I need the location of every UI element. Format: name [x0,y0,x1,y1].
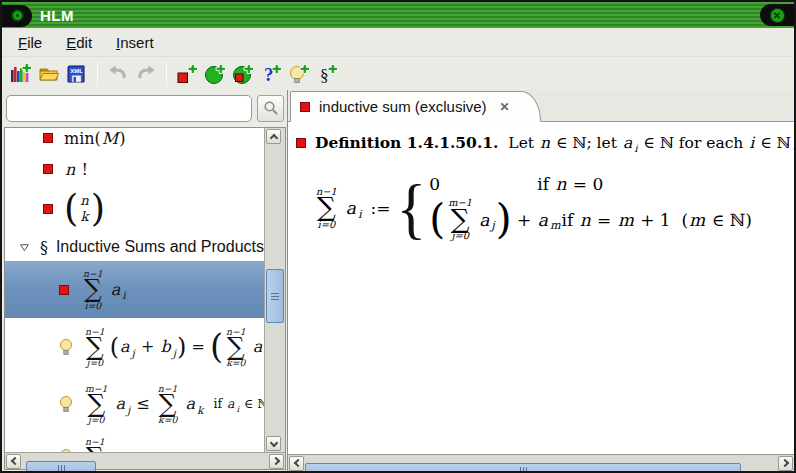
definition-header-text: Definition 1.4.1.50.1. Let n ∈ ℕ; let ai… [315,133,794,152]
case-value: 0 [429,174,537,194]
search-bar [2,90,287,127]
scroll-right-button[interactable] [269,454,284,469]
lightbulb-icon [59,395,73,413]
cases-brace: { [397,176,427,240]
case-row-inductive: (m−1∑j=0aj) + am if n = m + 1 (m ∈ ℕ) [429,197,751,242]
scroll-up-button[interactable] [266,129,281,144]
app-icon [2,5,32,27]
tree-view: min(M) n ! (nk) § Inductive Sums [5,128,264,452]
case-condition: if n = 0 [537,174,603,194]
save-xml-icon[interactable]: XML [63,60,91,88]
toolbar-separator [166,62,167,86]
tab-inductive-sum-exclusive[interactable]: inductive sum (exclusive) ✕ [290,91,541,122]
case-row-base: 0 if n = 0 [429,174,751,194]
search-button[interactable] [257,95,284,122]
definition-bullet-icon [43,164,53,174]
lightbulb-plus-icon[interactable] [285,60,313,88]
definition-bullet-icon [43,133,53,143]
scroll-down-button[interactable] [266,436,281,451]
tree-item-inductive-sum-selected[interactable]: n−1∑i=0ai [5,261,264,318]
left-panel: min(M) n ! (nk) § Inductive Sums [2,90,287,471]
scroll-left-button[interactable] [289,456,304,471]
chart-bars-plus-icon[interactable] [7,60,35,88]
tree-item-formula: n−1∑j=0aj [82,436,128,452]
undo-icon [104,60,132,88]
menu-insert[interactable]: Insert [104,31,166,54]
tree-item-formula: n ! [64,160,88,179]
section-sign-plus-icon[interactable]: § [313,60,341,88]
definition-bullet-icon [59,285,69,295]
toolbar: XML [2,57,794,90]
definition-bullet-icon [300,102,310,112]
tree-item-formula: n−1∑i=0ai [80,268,127,311]
content-horizontal-scrollbar[interactable] [288,454,794,471]
redo-icon [132,60,160,88]
definition-tree: min(M) n ! (nk) § Inductive Sums [4,127,286,470]
window-title: HLM [40,7,74,24]
svg-text:§: § [320,66,329,85]
definition-header: Definition 1.4.1.50.1. Let n ∈ ℕ; let ai… [296,133,794,152]
green-circle-plus-icon[interactable] [201,60,229,88]
tree-item-binomial[interactable]: (nk) [5,185,264,233]
search-input[interactable] [6,95,252,122]
tree-item-partially-visible[interactable]: n−1∑j=0aj [5,432,264,452]
tree-item-min[interactable]: min(M) [5,128,264,153]
scroll-left-button[interactable] [6,454,21,469]
cases: 0 if n = 0 (m−1∑j=0aj) + am if n = m + 1… [429,174,751,242]
app-window: HLM ✕ File Edit Insert [0,0,796,473]
green-circle-red-square-plus-icon[interactable] [229,60,257,88]
question-mark-plus-icon[interactable]: ? [257,60,285,88]
tree-item-formula: min(M) [64,129,125,148]
tree-item-formula: m−1∑j=0aj ≤ n−1∑k=0akif ai ∈ ℕ (i ∈ [82,383,264,426]
lightbulb-icon [59,338,73,356]
main-area: min(M) n ! (nk) § Inductive Sums [2,90,794,471]
svg-text:XML: XML [70,67,83,73]
red-square-plus-icon[interactable] [173,60,201,88]
tab-close-icon[interactable]: ✕ [500,100,510,114]
section-label: Inductive Sums and Products [56,238,264,256]
menu-edit[interactable]: Edit [54,31,104,54]
tree-section-inductive-sums[interactable]: § Inductive Sums and Products [5,233,264,261]
tree-item-sum-distributes[interactable]: n−1∑j=0(aj + bj) = (n−1∑k=0ak) + ( [5,318,264,376]
scroll-thumb[interactable] [305,463,741,473]
open-folder-icon[interactable] [35,60,63,88]
scroll-thumb[interactable] [266,269,284,323]
formula-lhs: n−1∑i=0ai:= [313,186,391,231]
case-value: (m−1∑j=0aj) + am [429,197,561,242]
toolbar-separator [97,62,98,86]
definition-formula: n−1∑i=0ai:= { 0 if n = 0 (m−1∑j=0aj) + a… [313,174,794,242]
document-content: Definition 1.4.1.50.1. Let n ∈ ℕ; let ai… [288,122,794,454]
scroll-right-button[interactable] [778,456,793,471]
search-icon [263,100,279,116]
tree-vertical-scrollbar[interactable] [264,128,285,452]
definition-bullet-icon [296,138,306,148]
tree-item-formula: (nk) [64,193,105,226]
tree-item-factorial[interactable]: n ! [5,153,264,185]
right-panel: inductive sum (exclusive) ✕ Definition 1… [287,90,794,471]
section-sign: § [40,238,48,257]
tab-strip: inductive sum (exclusive) ✕ [288,90,794,122]
titlebar: HLM ✕ [2,2,794,28]
expander-triangle-icon[interactable] [19,242,30,253]
scroll-track[interactable] [266,144,284,436]
tree-item-sum-monotone[interactable]: m−1∑j=0aj ≤ n−1∑k=0akif ai ∈ ℕ (i ∈ [5,376,264,432]
menu-file[interactable]: File [6,31,54,54]
tree-item-formula: n−1∑j=0(aj + bj) = (n−1∑k=0ak) + ( [82,326,264,369]
definition-bullet-icon [43,204,53,214]
scroll-thumb[interactable] [26,461,96,473]
tree-horizontal-scrollbar[interactable] [5,452,285,469]
case-condition: if n = m + 1 (m ∈ ℕ) [562,210,752,230]
window-close-button[interactable]: ✕ [760,4,794,26]
menubar: File Edit Insert [2,28,794,57]
tab-label: inductive sum (exclusive) [319,98,487,115]
